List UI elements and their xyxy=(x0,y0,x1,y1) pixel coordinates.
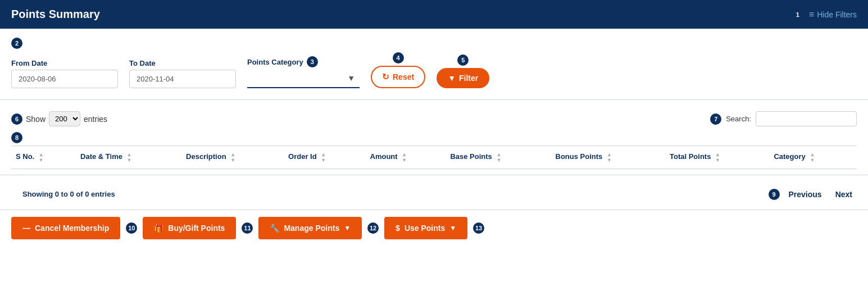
filter-icon: ▼ xyxy=(448,74,456,83)
show-entries-group: 6 Show 200 100 50 25 10 entries xyxy=(11,111,107,126)
showing-info: Showing 0 to 0 of 0 entries xyxy=(11,184,126,204)
col-sno: S No. ▲▼ xyxy=(11,146,76,169)
page-title: Points Summary xyxy=(11,8,100,21)
from-date-label: From Date xyxy=(11,59,118,67)
table-header: S No. ▲▼ Date & Time ▲▼ Description ▲▼ O… xyxy=(11,146,857,169)
search-label: Search: xyxy=(726,115,751,123)
buy-gift-points-button[interactable]: 🎁 Buy/Gift Points xyxy=(143,217,236,239)
reset-label: Reset xyxy=(393,72,414,81)
sort-icon-category[interactable]: ▲▼ xyxy=(810,152,815,163)
col-basepoints: Base Points ▲▼ xyxy=(446,146,551,169)
col-amount: Amount ▲▼ xyxy=(366,146,446,169)
entries-select[interactable]: 200 100 50 25 10 xyxy=(49,111,80,126)
table-controls: 6 Show 200 100 50 25 10 entries 7 Search… xyxy=(0,106,868,132)
manage-points-button[interactable]: 🔧 Manage Points ▼ xyxy=(258,217,362,239)
gift-icon: 🎁 xyxy=(154,224,163,233)
use-dropdown-arrow: ▼ xyxy=(449,224,456,232)
entries-label: entries xyxy=(84,115,107,124)
manage-label: Manage Points xyxy=(284,224,339,233)
to-date-group: To Date xyxy=(129,59,236,88)
badge-9: 9 xyxy=(769,189,780,200)
manage-dropdown-arrow: ▼ xyxy=(344,224,351,232)
search-input[interactable] xyxy=(756,111,857,126)
badge-8-row: 8 xyxy=(11,132,857,143)
cancel-membership-button[interactable]: — Cancel Membership xyxy=(11,217,120,239)
reset-button[interactable]: ↻ Reset xyxy=(371,66,425,88)
points-category-group: Points Category 3 ▼ xyxy=(247,56,360,88)
sort-icon-datetime[interactable]: ▲▼ xyxy=(127,152,132,163)
divider-1 xyxy=(0,99,868,100)
col-description: Description ▲▼ xyxy=(181,146,284,169)
to-date-label: To Date xyxy=(129,59,236,67)
filter-group: 5 ▼ Filter xyxy=(437,54,489,88)
cancel-label: Cancel Membership xyxy=(35,224,109,233)
col-bonuspoints: Bonus Points ▲▼ xyxy=(551,146,666,169)
next-button[interactable]: Next xyxy=(831,188,857,201)
badge-7: 7 xyxy=(710,113,721,125)
badge-1: 1 xyxy=(792,9,803,20)
badge-8: 8 xyxy=(11,132,22,143)
filter-label: Filter xyxy=(459,74,478,83)
points-category-select[interactable] xyxy=(247,70,360,88)
buy-label: Buy/Gift Points xyxy=(168,224,225,233)
points-table: S No. ▲▼ Date & Time ▲▼ Description ▲▼ O… xyxy=(11,146,857,169)
reset-group: 4 ↻ Reset xyxy=(371,52,425,88)
hide-filters-button[interactable]: ≡ Hide Filters xyxy=(809,10,857,20)
sort-icon-bonuspoints[interactable]: ▲▼ xyxy=(607,152,612,163)
table-wrapper: 8 S No. ▲▼ Date & Time ▲▼ Description ▲▼… xyxy=(0,132,868,169)
col-totalpoints: Total Points ▲▼ xyxy=(665,146,769,169)
badge-2: 2 xyxy=(11,38,22,49)
badge-10: 10 xyxy=(126,222,137,234)
from-date-group: From Date xyxy=(11,59,118,88)
from-date-input[interactable] xyxy=(11,70,118,88)
search-group: 7 Search: xyxy=(710,111,857,126)
divider-2 xyxy=(0,175,868,175)
pagination-buttons: 9 Previous Next xyxy=(769,188,857,201)
header-right: 1 ≡ Hide Filters xyxy=(792,9,857,20)
use-label: Use Points xyxy=(405,224,445,233)
sort-icon-amount[interactable]: ▲▼ xyxy=(402,152,407,163)
use-points-button[interactable]: $ Use Points ▼ xyxy=(384,217,467,239)
filter-button[interactable]: ▼ Filter xyxy=(437,68,489,88)
hide-filters-label: Hide Filters xyxy=(817,10,857,19)
cancel-icon: — xyxy=(22,224,30,233)
filters-row: From Date To Date Points Category 3 ▼ 4 … xyxy=(11,52,857,88)
badge-4: 4 xyxy=(393,52,404,63)
pagination-row: Showing 0 to 0 of 0 entries 9 Previous N… xyxy=(0,181,868,210)
bottom-actions: — Cancel Membership 10 🎁 Buy/Gift Points… xyxy=(0,210,868,248)
sort-icon-description[interactable]: ▲▼ xyxy=(230,152,235,163)
filter-lines-icon: ≡ xyxy=(809,10,814,20)
page-header: Points Summary 1 ≡ Hide Filters xyxy=(0,0,868,29)
sort-icon-orderid[interactable]: ▲▼ xyxy=(321,152,326,163)
badge-13: 13 xyxy=(473,222,484,234)
badge-11: 11 xyxy=(242,222,253,234)
badge-6: 6 xyxy=(11,113,22,125)
previous-button[interactable]: Previous xyxy=(784,188,826,201)
show-label: Show xyxy=(26,115,46,124)
points-category-label: Points Category xyxy=(247,58,303,66)
badge-3: 3 xyxy=(307,56,318,67)
col-datetime: Date & Time ▲▼ xyxy=(76,146,181,169)
badge-12: 12 xyxy=(367,222,379,234)
sort-icon-basepoints[interactable]: ▲▼ xyxy=(496,152,501,163)
filters-section: 2 From Date To Date Points Category 3 ▼ … xyxy=(0,29,868,94)
table-header-row: S No. ▲▼ Date & Time ▲▼ Description ▲▼ O… xyxy=(11,146,857,169)
col-orderid: Order Id ▲▼ xyxy=(284,146,365,169)
to-date-input[interactable] xyxy=(129,70,236,88)
col-category: Category ▲▼ xyxy=(769,146,857,169)
sort-icon-sno[interactable]: ▲▼ xyxy=(39,152,44,163)
badge-5: 5 xyxy=(457,54,469,66)
reset-icon: ↻ xyxy=(382,72,389,82)
wrench-icon: 🔧 xyxy=(270,224,279,233)
dollar-icon: $ xyxy=(396,224,400,233)
sort-icon-totalpoints[interactable]: ▲▼ xyxy=(715,152,720,163)
